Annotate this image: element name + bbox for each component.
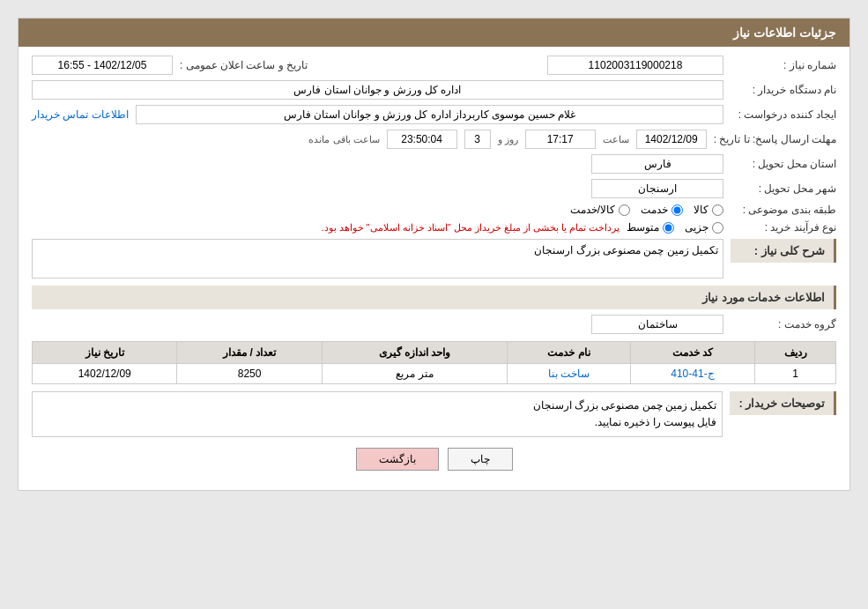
radio-kala-khedmat-input[interactable]	[619, 204, 630, 216]
radio-kala-input[interactable]	[712, 204, 723, 216]
roz-value: 3	[464, 130, 491, 149]
bottom-buttons: چاپ بازگشت	[32, 448, 836, 471]
radio-khedmat-input[interactable]	[671, 204, 683, 216]
cell-tarikh: 1402/12/09	[33, 364, 177, 384]
row-ijad-konande: ایجاد کننده درخواست : غلام حسین موسوی کا…	[32, 105, 836, 124]
nam-dastgah-value: اداره کل ورزش و جوانان استان فارس	[32, 80, 723, 100]
shomara-value: 1102003119000218	[547, 56, 723, 75]
col-tedad: تعداد / مقدار	[177, 342, 322, 364]
tabaqe-label: طبقه بندی موضوعی :	[731, 204, 836, 216]
radio-kala-khedmat[interactable]: کالا/خدمت	[570, 204, 630, 216]
ostan-value: فارس	[591, 154, 723, 174]
print-button[interactable]: چاپ	[448, 448, 513, 471]
saat-value: 17:17	[525, 130, 596, 149]
description-value: تکمیل زمین چمن مصنوعی بزرگ ارسنجانفایل پ…	[32, 391, 723, 437]
back-button[interactable]: بازگشت	[356, 448, 439, 471]
row-nam-dastgah: نام دستگاه خریدار : اداره کل ورزش و جوان…	[32, 80, 836, 100]
cell-radif: 1	[755, 364, 836, 384]
service-table-section: ردیف کد خدمت نام خدمت واحد اندازه گیری ت…	[32, 341, 836, 384]
service-section-title: اطلاعات خدمات مورد نیاز	[32, 286, 836, 309]
main-container: جزئیات اطلاعات نیاز شماره نیاز : 1102003…	[18, 18, 850, 491]
tarikh-elan-value: 1402/12/05 - 16:55	[32, 56, 173, 75]
page-header: جزئیات اطلاعات نیاز	[19, 19, 849, 47]
row-ostan: استان محل تحویل : فارس	[32, 154, 836, 174]
group-khedmat-label: گروه خدمت :	[731, 318, 836, 330]
mohlat-label: مهلت ارسال پاسخ: تا تاریخ :	[714, 133, 836, 145]
row-mohlat: مهلت ارسال پاسخ: تا تاریخ : 1402/12/09 س…	[32, 130, 836, 149]
saat-label: ساعت	[603, 134, 629, 145]
col-nam: نام خدمت	[508, 342, 630, 364]
shahr-label: شهر محل تحویل :	[731, 182, 836, 195]
shomara-label: شماره نیاز :	[731, 59, 836, 71]
cell-nam: ساخت بنا	[508, 364, 630, 384]
radio-motavaset-input[interactable]	[663, 222, 674, 234]
radio-kala-khedmat-label: کالا/خدمت	[570, 204, 615, 216]
roz-label: روز و	[498, 134, 518, 145]
ijad-konande-label: ایجاد کننده درخواست :	[731, 108, 836, 121]
row-group-khedmat: گروه خدمت : ساختمان	[32, 315, 836, 334]
radio-jozi-label: جزیی	[685, 221, 708, 234]
radio-kala-label: کالا	[694, 204, 708, 216]
radio-khedmat[interactable]: خدمت	[641, 204, 683, 216]
col-kod: کد خدمت	[630, 342, 755, 364]
cell-vahed: متر مربع	[322, 364, 508, 384]
baqi-mande-label: ساعت باقی مانده	[308, 134, 379, 145]
baqi-mande-value: 23:50:04	[387, 130, 457, 149]
tabaqe-radio-group: کالا خدمت کالا/خدمت	[570, 204, 723, 216]
row-sharh: شرح کلی نیاز : تکمیل زمین چمن مصنوعی بزر…	[32, 239, 836, 279]
row-description: توصیحات خریدار : تکمیل زمین چمن مصنوعی ب…	[32, 391, 836, 437]
farayand-radio-group: جزیی متوسط	[627, 221, 723, 234]
col-tarikh: تاریخ نیاز	[33, 342, 177, 364]
sharh-value: تکمیل زمین چمن مصنوعی بزرگ ارسنجان	[32, 239, 723, 279]
ostan-label: استان محل تحویل :	[731, 158, 836, 170]
nooe-farayand-label: نوع فرآیند خرید :	[731, 221, 836, 234]
description-label: توصیحات خریدار :	[730, 391, 836, 415]
row-tabaqe: طبقه بندی موضوعی : کالا خدمت کالا/خدمت	[32, 204, 836, 216]
header-title: جزئیات اطلاعات نیاز	[733, 26, 836, 40]
table-header-row: ردیف کد خدمت نام خدمت واحد اندازه گیری ت…	[33, 342, 836, 364]
radio-jozi[interactable]: جزیی	[685, 221, 723, 234]
ettelaat-link[interactable]: اطلاعات تماس خریدار	[32, 108, 129, 121]
row-nooe-farayand: نوع فرآیند خرید : جزیی متوسط پرداخت تمام…	[32, 221, 836, 234]
cell-tedad: 8250	[177, 364, 322, 384]
nam-dastgah-label: نام دستگاه خریدار :	[731, 84, 836, 96]
table-row: 1 ج-41-410 ساخت بنا متر مربع 8250 1402/1…	[33, 364, 836, 384]
row-shahr: شهر محل تحویل : ارسنجان	[32, 179, 836, 198]
cell-kod: ج-41-410	[630, 364, 755, 384]
radio-jozi-input[interactable]	[712, 222, 723, 234]
radio-motavaset-label: متوسط	[627, 221, 659, 234]
radio-motavaset[interactable]: متوسط	[627, 221, 674, 234]
col-radif: ردیف	[755, 342, 836, 364]
ijad-konande-value: غلام حسین موسوی کاربرداز اداره کل ورزش و…	[136, 105, 723, 124]
sharh-label: شرح کلی نیاز :	[731, 239, 836, 263]
radio-kala[interactable]: کالا	[694, 204, 723, 216]
group-khedmat-value: ساختمان	[591, 315, 723, 334]
row-shomara-tarikh: شماره نیاز : 1102003119000218 تاریخ و سا…	[32, 56, 836, 75]
farayand-note: پرداخت تمام یا بخشی از مبلغ خریداز محل "…	[321, 222, 619, 234]
col-vahed: واحد اندازه گیری	[322, 342, 508, 364]
service-table: ردیف کد خدمت نام خدمت واحد اندازه گیری ت…	[32, 341, 836, 384]
radio-khedmat-label: خدمت	[641, 204, 668, 216]
shahr-value: ارسنجان	[591, 179, 723, 198]
content-area: شماره نیاز : 1102003119000218 تاریخ و سا…	[19, 47, 849, 490]
tarikh-mohlat: 1402/12/09	[636, 130, 707, 149]
tarikh-elan-label: تاریخ و ساعت اعلان عمومی :	[180, 59, 308, 71]
